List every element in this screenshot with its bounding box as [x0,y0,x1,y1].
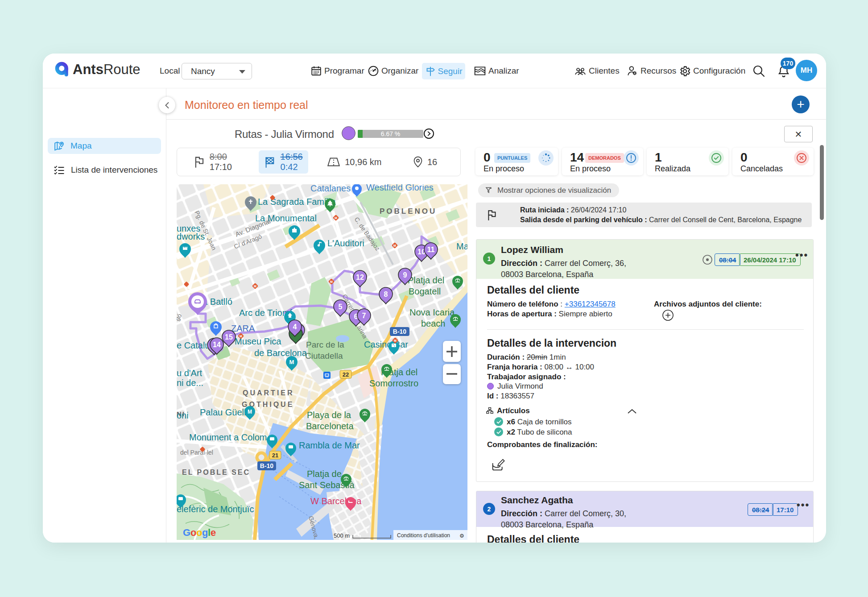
svg-text:M: M [240,335,242,338]
svg-text:Parc de la: Parc de la [306,340,344,349]
svg-text:Platja de: Platja de [307,469,342,479]
svg-text:dworks: dworks [177,232,205,241]
svg-text:M: M [394,339,397,342]
svg-text:M: M [254,285,256,288]
svg-text:M: M [289,359,294,365]
svg-text:L'Auditori: L'Auditori [327,238,364,248]
svg-text:Ciutadella: Ciutadella [305,351,343,361]
svg-text:ZARA: ZARA [231,323,255,333]
svg-text:g: g [202,527,208,538]
svg-text:⚙: ⚙ [459,533,464,539]
svg-text:11: 11 [427,246,435,253]
svg-text:8: 8 [384,290,388,298]
svg-text:o: o [196,527,202,538]
svg-text:beach: beach [421,319,446,328]
svg-text:G: G [183,527,190,538]
svg-text:La Monumental: La Monumental [255,213,317,223]
svg-text:Somorrostro: Somorrostro [369,378,418,388]
svg-text:Nova Icaria: Nova Icaria [409,307,455,317]
svg-text:Barceloneta: Barceloneta [306,421,354,431]
svg-text:ni de...: ni de... [177,378,203,388]
svg-text:12: 12 [356,274,364,281]
svg-text:La Sagrada Família: La Sagrada Família [258,197,336,207]
svg-text:15: 15 [225,333,233,341]
svg-text:M: M [335,216,337,220]
svg-text:elefèric de Montjuïc: elefèric de Montjuïc [177,504,254,514]
svg-text:Platja del: Platja del [408,275,444,285]
svg-text:B-10: B-10 [393,328,407,335]
svg-text:Catalanes: Catalanes [310,184,351,193]
svg-text:22: 22 [343,371,349,378]
svg-text:14: 14 [213,341,221,348]
svg-text:u d'Art: u d'Art [177,368,203,378]
svg-text:e Catalu: e Catalu [177,340,210,350]
svg-text:de Barcelona: de Barcelona [254,348,307,358]
svg-text:M: M [393,244,396,247]
svg-text:Monument a Colom: Monument a Colom [189,432,267,442]
svg-text:4: 4 [293,323,297,331]
svg-text:9: 9 [403,271,407,279]
svg-text:oni: oni [177,410,189,420]
svg-text:QUARTIER: QUARTIER [243,389,294,397]
svg-text:Conditions d'utilisation: Conditions d'utilisation [397,532,450,539]
svg-text:Westfield Glories: Westfield Glories [366,184,434,192]
svg-text:EL POBLE SEC: EL POBLE SEC [182,468,250,476]
svg-text:B-10: B-10 [260,462,274,469]
svg-text:Playa de la: Playa de la [307,410,351,420]
svg-text:21: 21 [272,452,278,459]
svg-text:Casino Bar: Casino Bar [364,340,408,349]
svg-text:Mar: Mar [456,241,467,251]
svg-text:del Paral·lel: del Paral·lel [180,449,213,456]
svg-text:5: 5 [339,303,343,311]
svg-text:7: 7 [362,312,366,319]
svg-text:Bogatell: Bogatell [409,286,441,296]
svg-text:e: e [211,527,216,538]
svg-text:Palau Güell: Palau Güell [200,407,246,417]
svg-text:POBLENOU: POBLENOU [380,207,437,216]
svg-text:M: M [248,409,252,415]
svg-text:Rambla de Mar: Rambla de Mar [299,440,360,450]
svg-text:M: M [330,280,333,283]
svg-text:500 m: 500 m [334,532,350,539]
svg-text:o: o [190,527,196,538]
